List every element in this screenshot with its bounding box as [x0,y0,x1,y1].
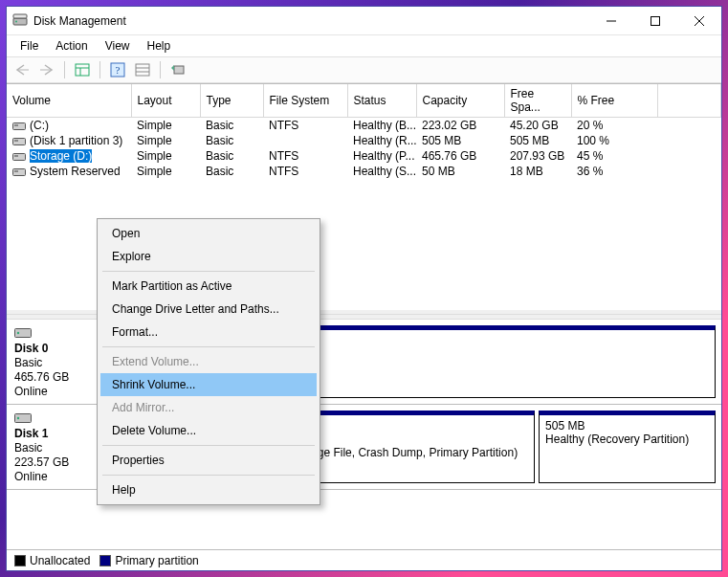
disk-name: Disk 1 [14,427,98,440]
menu-item[interactable]: Shrink Volume... [100,373,317,396]
menu-item: Extend Volume... [100,350,317,373]
drive-icon [12,166,26,177]
volume-row[interactable]: (C:)SimpleBasicNTFSHealthy (B...223.02 G… [7,118,721,134]
legend-item: Unallocated [14,554,90,567]
column-header[interactable]: Free Spa... [504,84,571,118]
disk-status: Online [14,470,98,483]
svg-rect-1 [13,14,27,18]
svg-point-2 [15,20,17,22]
app-window: Disk Management File Action View Help [6,6,722,571]
action-button[interactable] [166,59,189,80]
menu-action[interactable]: Action [48,37,95,55]
drive-icon [12,135,26,146]
drive-icon [12,120,26,131]
legend-swatch [99,555,111,566]
menu-item[interactable]: Mark Partition as Active [100,275,317,298]
legend-item: Primary partition [99,554,198,567]
volume-table: VolumeLayoutTypeFile SystemStatusCapacit… [7,84,721,179]
app-icon [12,13,28,29]
disk-icon [14,411,32,424]
partition-size: 505 MB [545,419,709,433]
forward-button[interactable] [35,59,58,80]
disk-type: Basic [14,356,98,369]
menu-item[interactable]: Change Drive Letter and Paths... [100,298,317,321]
svg-rect-14 [136,64,149,76]
legend-label: Primary partition [115,554,198,567]
svg-text:?: ? [116,64,121,76]
disk-label-pane[interactable]: Disk 1Basic223.57 GBOnline [7,405,106,489]
content-area: VolumeLayoutTypeFile SystemStatusCapacit… [7,83,721,570]
maximize-button[interactable] [633,7,677,35]
column-header[interactable]: Status [347,84,416,118]
window-title: Disk Management [33,14,126,28]
menu-file[interactable]: File [12,37,46,55]
toolbar-separator [99,61,100,78]
svg-rect-25 [14,170,18,172]
menu-separator [102,445,315,446]
disk-label-pane[interactable]: Disk 0Basic465.76 GBOnline [7,320,106,404]
menu-item[interactable]: Explore [100,245,317,268]
svg-rect-21 [14,140,18,142]
context-menu: OpenExploreMark Partition as ActiveChang… [97,218,320,505]
table-header-row: VolumeLayoutTypeFile SystemStatusCapacit… [7,84,721,118]
disk-name: Disk 0 [14,342,98,355]
minimize-button[interactable] [589,7,633,35]
toolbar-separator [64,61,65,78]
help-button[interactable]: ? [106,59,129,80]
column-header[interactable]: Layout [131,84,200,118]
partition-status: Healthy (Recovery Partition) [545,433,709,446]
disk-size: 465.76 GB [14,370,98,384]
svg-point-29 [17,417,19,419]
svg-rect-19 [14,124,18,126]
menu-item[interactable]: Open [100,222,317,245]
menu-item[interactable]: Delete Volume... [100,419,317,442]
disk-size: 223.57 GB [14,455,98,469]
menu-separator [102,271,315,272]
properties-button[interactable] [131,59,154,80]
column-header-filler [657,84,721,118]
menu-item[interactable]: Help [100,478,317,501]
menu-help[interactable]: Help [140,37,179,55]
disk-icon [14,325,32,339]
menubar: File Action View Help [7,35,721,56]
window-controls [589,7,721,35]
volume-row[interactable]: Storage (D:)SimpleBasicNTFSHealthy (P...… [7,148,721,164]
svg-rect-4 [651,16,660,25]
close-button[interactable] [677,7,721,35]
menu-view[interactable]: View [98,37,138,55]
disk-type: Basic [14,441,98,455]
legend: UnallocatedPrimary partition [7,549,721,570]
svg-rect-9 [76,64,89,76]
svg-rect-23 [14,155,18,157]
column-header[interactable]: Type [200,84,263,118]
column-header[interactable]: % Free [571,84,657,118]
column-header[interactable]: Capacity [416,84,504,118]
legend-label: Unallocated [30,554,90,567]
titlebar: Disk Management [7,7,721,35]
menu-item: Add Mirror... [100,396,317,419]
column-header[interactable]: File System [263,84,347,118]
toolbar: ? [7,56,721,83]
toolbar-separator [160,61,161,78]
menu-separator [102,475,315,476]
svg-point-27 [17,332,19,334]
menu-item[interactable]: Format... [100,321,317,344]
partition-block[interactable]: 505 MBHealthy (Recovery Partition) [539,411,716,483]
legend-swatch [14,555,26,566]
show-hide-console-button[interactable] [71,59,94,80]
back-button[interactable] [11,59,33,80]
column-header[interactable]: Volume [7,84,131,118]
disk-status: Online [14,385,98,398]
volume-row[interactable]: System ReservedSimpleBasicNTFSHealthy (S… [7,164,721,179]
menu-separator [102,346,315,347]
menu-item[interactable]: Properties [100,449,317,472]
svg-rect-17 [174,66,184,74]
volume-row[interactable]: (Disk 1 partition 3)SimpleBasicHealthy (… [7,133,721,148]
drive-icon [12,150,26,162]
